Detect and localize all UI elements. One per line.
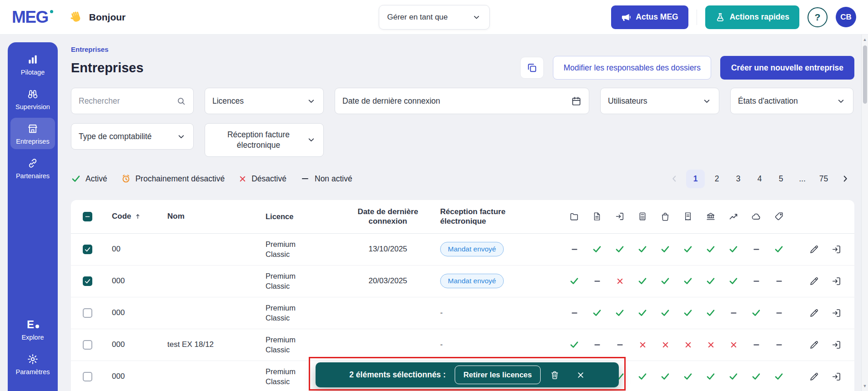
status-check-icon <box>631 276 654 286</box>
binoculars-icon <box>27 88 39 100</box>
quick-actions-button[interactable]: Actions rapides <box>705 5 799 29</box>
clock-icon <box>121 174 131 184</box>
search-input[interactable] <box>79 96 170 106</box>
cell-reception: - <box>436 308 563 317</box>
edit-icon[interactable] <box>809 244 819 255</box>
status-check-icon <box>699 244 722 254</box>
pagination-next[interactable] <box>836 170 854 188</box>
cell-nom: test EX 18/12 <box>163 340 263 349</box>
export-button[interactable] <box>520 57 544 79</box>
row-checkbox[interactable] <box>83 245 92 254</box>
column-nom: Nom <box>163 211 263 221</box>
status-check-icon <box>631 371 654 381</box>
open-icon[interactable] <box>831 340 842 350</box>
pagination-page-3[interactable]: 3 <box>729 170 748 188</box>
sidebar-item-supervision[interactable]: Supervision <box>10 83 55 115</box>
sidebar-item-parametres[interactable]: Paramètres <box>10 348 55 380</box>
einvoice-filter[interactable]: Réception facture électronique <box>205 123 324 157</box>
open-icon[interactable] <box>831 244 842 255</box>
pagination-page-2[interactable]: 2 <box>707 170 726 188</box>
filters-row-1: Licences Date de dernière connexion Util… <box>71 88 854 114</box>
status-dash-icon <box>563 309 586 317</box>
trash-icon[interactable] <box>550 370 560 380</box>
status-check-icon <box>654 308 677 318</box>
help-button[interactable]: ? <box>808 7 828 27</box>
modify-managers-button[interactable]: Modifier les responsables des dossiers <box>553 56 711 80</box>
row-checkbox[interactable] <box>83 276 92 286</box>
select-all-checkbox[interactable] <box>83 212 92 221</box>
pagination-page-1[interactable]: 1 <box>686 170 705 188</box>
sidebar-item-entreprises[interactable]: Entreprises <box>10 118 55 149</box>
status-check-icon <box>768 371 790 381</box>
close-icon[interactable] <box>576 371 585 380</box>
chevron-right-icon <box>840 174 850 184</box>
open-icon[interactable] <box>831 276 842 286</box>
create-company-button[interactable]: Créer une nouvelle entreprise <box>720 56 854 80</box>
cell-last-connection: 20/03/2025 <box>340 276 436 286</box>
column-folder <box>563 211 586 221</box>
mandat-badge: Mandat envoyé <box>440 242 504 256</box>
scrollbar-thumb[interactable] <box>863 45 867 104</box>
wave-hand-icon <box>69 10 84 25</box>
row-actions <box>790 340 854 350</box>
sort-asc-icon[interactable] <box>134 213 141 220</box>
pagination-page-4[interactable]: 4 <box>750 170 769 188</box>
pagination-page-75[interactable]: 75 <box>814 170 833 188</box>
status-check-icon <box>563 276 586 286</box>
table-row: 000 test EX 18/12 Premium Classic - <box>71 329 854 361</box>
scroll-down-arrow[interactable]: ▼ <box>862 384 868 388</box>
activation-states-filter[interactable]: États d'activation <box>730 88 853 114</box>
status-check-icon <box>677 308 699 318</box>
status-dash-icon <box>768 309 790 317</box>
cell-licence: Premium Classic <box>263 335 340 355</box>
meg-logo[interactable]: MEG <box>12 8 48 27</box>
row-checkbox[interactable] <box>83 340 92 350</box>
manage-as-dropdown[interactable]: Gérer en tant que <box>379 5 490 30</box>
search-box[interactable] <box>71 88 194 114</box>
sidebar-item-partenaires[interactable]: Partenaires <box>10 152 55 184</box>
breadcrumb[interactable]: Entreprises <box>71 45 109 53</box>
edit-icon[interactable] <box>809 308 819 318</box>
column-code[interactable]: Code <box>104 211 163 221</box>
edit-icon[interactable] <box>809 340 819 350</box>
last-connection-filter[interactable]: Date de dernière connexion <box>335 88 589 114</box>
table-row: 00 Premium Classic 13/10/2025 Mandat env… <box>71 234 854 266</box>
edit-icon[interactable] <box>809 276 819 286</box>
row-checkbox[interactable] <box>83 372 92 381</box>
edit-icon[interactable] <box>809 371 819 382</box>
question-mark-icon: ? <box>815 12 821 23</box>
cell-code: 00 <box>104 245 163 254</box>
tag-icon <box>774 211 784 221</box>
search-icon <box>176 96 186 106</box>
sidebar-item-pilotage[interactable]: Pilotage <box>10 49 55 80</box>
actus-meg-button[interactable]: Actus MEG <box>611 5 688 29</box>
avatar[interactable]: CB <box>836 7 856 27</box>
open-icon[interactable] <box>831 308 842 318</box>
sidebar-item-explore[interactable]: E Explore <box>10 314 55 345</box>
megaphone-icon <box>621 12 631 22</box>
scroll-up-arrow[interactable]: ▲ <box>862 37 868 42</box>
row-actions <box>790 244 854 255</box>
status-check-icon <box>563 340 586 350</box>
users-filter[interactable]: Utilisateurs <box>600 88 719 114</box>
status-check-icon <box>654 244 677 254</box>
sidebar-item-label: Partenaires <box>16 172 50 180</box>
status-cross-icon <box>722 341 745 349</box>
status-check-icon <box>722 276 745 286</box>
status-check-icon <box>699 308 722 318</box>
cell-code: 000 <box>104 340 163 349</box>
open-icon[interactable] <box>831 371 842 382</box>
licences-filter[interactable]: Licences <box>205 88 324 114</box>
pagination-prev[interactable] <box>665 170 683 188</box>
copy-icon <box>527 62 537 73</box>
pagination-page-5[interactable]: 5 <box>772 170 790 188</box>
scrollbar[interactable]: ▲ ▼ <box>861 35 868 391</box>
status-check-icon <box>677 244 699 254</box>
title-row: Entreprises Modifier les responsables de… <box>71 56 854 80</box>
row-checkbox[interactable] <box>83 308 92 318</box>
status-dash-icon <box>608 341 631 349</box>
sidebar-item-label: Paramètres <box>16 368 50 376</box>
chevron-down-icon <box>306 96 316 106</box>
accounting-type-filter[interactable]: Type de comptabilité <box>71 123 194 150</box>
remove-licences-button[interactable]: Retirer les licences <box>455 366 540 384</box>
